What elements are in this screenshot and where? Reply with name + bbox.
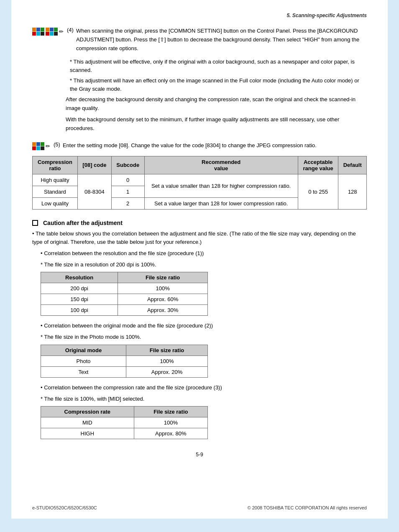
table-row: 100 dpi Approx. 30% bbox=[41, 305, 208, 316]
cell-standard: Standard bbox=[33, 186, 78, 197]
cell-100pct: 100% bbox=[118, 283, 208, 294]
sub3-note: * The file size is 100%, with [MID] sele… bbox=[41, 395, 367, 403]
sub2-note: * The file size in the Photo mode is 100… bbox=[41, 333, 367, 341]
cell-subcode-2: 2 bbox=[111, 197, 144, 209]
res-col-resolution: Resolution bbox=[41, 272, 118, 283]
step4-body2: With the background density set to the m… bbox=[66, 115, 367, 133]
cell-text-ratio: Approx. 20% bbox=[126, 366, 208, 377]
table-row: 200 dpi 100% bbox=[41, 283, 208, 294]
cell-text: Text bbox=[41, 366, 126, 377]
cell-200dpi: 200 dpi bbox=[41, 283, 118, 294]
cell-150dpi: 150 dpi bbox=[41, 294, 118, 305]
cell-recommended-high-std: Set a value smaller than 128 for higher … bbox=[144, 174, 298, 197]
caution-section: Caution after the adjustment • The table… bbox=[32, 220, 367, 439]
cell-subcode-0: 0 bbox=[111, 174, 144, 186]
om-col-ratio: File size ratio bbox=[126, 345, 208, 356]
table-row: HIGH Approx. 80% bbox=[41, 428, 208, 439]
cell-high: HIGH bbox=[41, 428, 134, 439]
footer-left: e-STUDIO5520C/6520C/6530C bbox=[32, 505, 97, 510]
original-mode-table: Original mode File size ratio Photo 100%… bbox=[41, 345, 208, 378]
page-number: 5-9 bbox=[32, 452, 367, 458]
chapter-header: 5. Scanning-specific Adjustments bbox=[32, 13, 367, 18]
step5-icons: ✏ bbox=[32, 142, 50, 150]
sub2-text: • Correlation between the original mode … bbox=[41, 322, 367, 330]
step4-row: ✏ (4) When scanning the original, press … bbox=[32, 27, 367, 53]
step4-number: (4) bbox=[67, 27, 74, 33]
resolution-table: Resolution File size ratio 200 dpi 100% … bbox=[41, 272, 208, 316]
cell-high-ratio: Approx. 80% bbox=[134, 428, 207, 439]
footer-right: © 2008 TOSHIBA TEC CORPORATION All right… bbox=[248, 505, 367, 510]
step5-number: (5) bbox=[54, 141, 60, 148]
compression-rate-table: Compression rate File size ratio MID 100… bbox=[41, 406, 208, 439]
pencil-icon-2: ✏ bbox=[46, 143, 50, 149]
step5-content: Enter the setting mode [08]. Change the … bbox=[63, 141, 367, 150]
col-compression: Compressionratio bbox=[33, 156, 78, 174]
compression-table: Compressionratio [08] code Subcode Recom… bbox=[32, 156, 367, 210]
cell-high-quality: High quality bbox=[33, 174, 78, 186]
caution-bullet1: • The table below shows you the correlat… bbox=[32, 230, 367, 247]
cell-range: 0 to 255 bbox=[298, 174, 338, 209]
pencil-icon: ✏ bbox=[59, 28, 64, 35]
sub1-text: • Correlation between the resolution and… bbox=[41, 249, 367, 258]
cell-mid: MID bbox=[41, 417, 134, 428]
table-row: Text Approx. 20% bbox=[41, 366, 208, 377]
cell-subcode-1: 1 bbox=[111, 186, 144, 197]
step4-note1: * This adjustment will be effective, onl… bbox=[70, 58, 367, 74]
om-col-mode: Original mode bbox=[41, 345, 126, 356]
cr-col-ratio: File size ratio bbox=[134, 407, 207, 417]
table-row: Photo 100% bbox=[41, 356, 208, 366]
cell-30pct: Approx. 30% bbox=[118, 305, 208, 316]
checkbox-icon bbox=[32, 220, 38, 226]
cell-low-quality: Low quality bbox=[33, 197, 78, 209]
step4-icons: ✏ bbox=[32, 28, 64, 36]
cell-default: 128 bbox=[338, 174, 367, 209]
col-code: [08] code bbox=[77, 156, 111, 174]
cell-recommended-low: Set a value larger than 128 for lower co… bbox=[144, 197, 298, 209]
col-default: Default bbox=[338, 156, 367, 174]
col-recommended: Recommendedvalue bbox=[144, 156, 298, 174]
page-footer: e-STUDIO5520C/6520C/6530C © 2008 TOSHIBA… bbox=[32, 505, 367, 510]
sub3-text: • Correlation between the compression ra… bbox=[41, 384, 367, 392]
table-row: 150 dpi Approx. 60% bbox=[41, 294, 208, 305]
step4-notes: * This adjustment will be effective, onl… bbox=[66, 58, 367, 133]
cr-col-rate: Compression rate bbox=[41, 407, 134, 417]
col-subcode: Subcode bbox=[111, 156, 144, 174]
cell-photo-ratio: 100% bbox=[126, 356, 208, 366]
table-row: MID 100% bbox=[41, 417, 208, 428]
cell-mid-ratio: 100% bbox=[134, 417, 207, 428]
cell-100dpi: 100 dpi bbox=[41, 305, 118, 316]
step4-body1: After decreasing the background density … bbox=[66, 95, 367, 113]
step5-row: ✏ (5) Enter the setting mode [08]. Chang… bbox=[32, 141, 367, 150]
caution-title: Caution after the adjustment bbox=[32, 220, 367, 226]
sub1-note: * The file size in a resolution of 200 d… bbox=[41, 261, 367, 269]
table-row-high: High quality 08-8304 0 Set a value small… bbox=[33, 174, 367, 186]
cell-60pct: Approx. 60% bbox=[118, 294, 208, 305]
cell-photo: Photo bbox=[41, 356, 126, 366]
res-col-ratio: File size ratio bbox=[118, 272, 208, 283]
col-range: Acceptablerange value bbox=[298, 156, 338, 174]
step4-note2: * This adjustment will have an effect on… bbox=[70, 77, 367, 93]
cell-code: 08-8304 bbox=[77, 174, 111, 209]
step4-content: When scanning the original, press the [C… bbox=[76, 27, 367, 53]
